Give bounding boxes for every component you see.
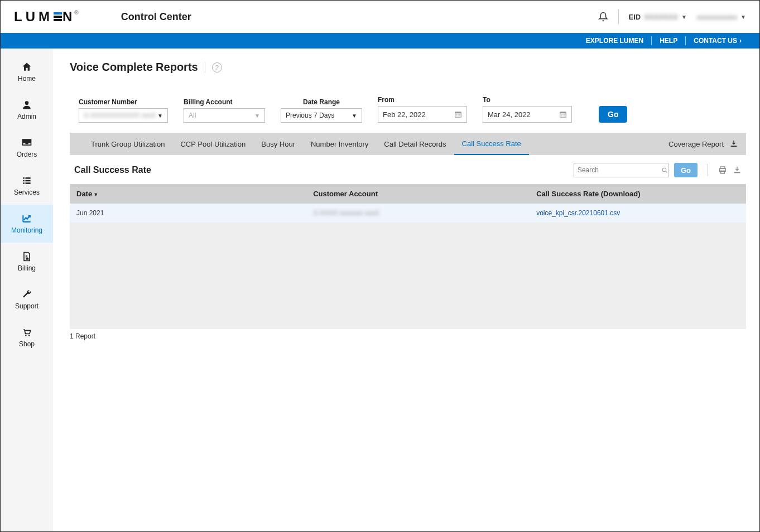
caret-down-icon: ▼: [157, 113, 163, 119]
coverage-report-link[interactable]: Coverage Report: [668, 140, 724, 148]
sidebar-item-label: Admin: [17, 113, 36, 120]
to-date-input[interactable]: Mar 24, 2022: [483, 106, 572, 123]
sidebar-item-label: Shop: [19, 340, 35, 348]
svg-rect-22: [564, 114, 565, 115]
sidebar: Home Admin Orders Services: [1, 49, 53, 531]
app-title: Control Center: [121, 11, 191, 23]
tab-trunk-group-utilization[interactable]: Trunk Group Utilization: [83, 133, 172, 155]
svg-point-26: [662, 168, 666, 172]
print-icon[interactable]: [718, 166, 727, 175]
logo-text-left: LUM: [14, 9, 53, 25]
table-row: Jun 2021 X-XXXX xxxxxxx xxxX voice_kpi_c…: [70, 204, 746, 223]
from-date-input[interactable]: Feb 22, 2022: [378, 106, 467, 123]
svg-rect-15: [456, 115, 457, 116]
help-link[interactable]: HELP: [652, 37, 685, 45]
customer-number-label: Customer Number: [79, 98, 168, 106]
column-customer-account[interactable]: Customer Account: [306, 184, 530, 204]
calendar-icon[interactable]: [454, 110, 462, 118]
date-range-label: Date Range: [281, 98, 362, 106]
billing-account-value: All: [189, 112, 196, 119]
search-input[interactable]: [574, 163, 668, 177]
user-dropdown[interactable]: xxxxxxxxxx ▼: [697, 13, 746, 21]
sidebar-item-label: Services: [14, 188, 40, 196]
sidebar-item-orders[interactable]: Orders: [1, 129, 53, 167]
billing-account-label: Billing Account: [184, 98, 265, 106]
cell-date: Jun 2021: [70, 204, 306, 223]
section-title: Call Success Rate: [74, 165, 151, 175]
svg-rect-6: [26, 182, 31, 184]
calendar-icon[interactable]: [559, 110, 567, 118]
chart-icon: [21, 213, 32, 224]
tab-call-detail-records[interactable]: Call Detail Records: [376, 133, 454, 155]
column-date[interactable]: Date▼: [70, 184, 306, 204]
svg-rect-3: [23, 180, 25, 182]
tab-number-inventory[interactable]: Number Inventory: [303, 133, 376, 155]
tab-busy-hour[interactable]: Busy Hour: [253, 133, 303, 155]
to-label: To: [483, 96, 572, 104]
eid-dropdown[interactable]: EID XXXXXXX ▼: [629, 13, 687, 21]
sidebar-item-label: Billing: [18, 264, 36, 272]
list-icon: [21, 175, 32, 186]
sidebar-item-home[interactable]: Home: [1, 53, 53, 91]
go-button[interactable]: Go: [599, 106, 627, 123]
sidebar-item-label: Support: [15, 302, 39, 310]
sidebar-item-services[interactable]: Services: [1, 167, 53, 205]
sidebar-item-monitoring[interactable]: Monitoring: [1, 205, 53, 243]
notifications-icon[interactable]: [598, 11, 608, 22]
svg-rect-14: [459, 114, 460, 115]
cart-icon: [21, 327, 32, 338]
logo-text-right: N: [62, 9, 75, 25]
report-tabs: Trunk Group Utilization CCP Pool Utiliza…: [70, 133, 746, 155]
search-field[interactable]: [578, 166, 661, 174]
explore-link[interactable]: EXPLORE LUMEN: [578, 37, 651, 45]
contact-link[interactable]: CONTACT US›: [686, 37, 749, 45]
user-name: xxxxxxxxxx: [697, 13, 737, 21]
sidebar-item-support[interactable]: Support: [1, 280, 53, 318]
separator: [708, 164, 708, 176]
column-csr-download[interactable]: Call Success Rate (Download): [530, 184, 746, 204]
brand-logo[interactable]: LUM N ®: [14, 9, 82, 25]
sidebar-item-billing[interactable]: $ Billing: [1, 243, 53, 280]
download-icon[interactable]: [729, 139, 738, 148]
wrench-icon: [21, 289, 32, 300]
tab-ccp-pool-utilization[interactable]: CCP Pool Utilization: [172, 133, 253, 155]
billing-account-select[interactable]: All ▼: [184, 108, 265, 123]
caret-down-icon: ▼: [352, 113, 357, 119]
svg-rect-11: [455, 112, 461, 113]
registered-icon: ®: [74, 9, 81, 16]
invoice-icon: $: [21, 251, 32, 262]
sidebar-item-label: Monitoring: [11, 226, 42, 234]
help-icon[interactable]: ?: [212, 62, 222, 72]
tab-call-success-rate[interactable]: Call Success Rate: [454, 133, 529, 155]
table-footer: 1 Report: [70, 329, 746, 340]
svg-rect-12: [456, 114, 457, 115]
chevron-down-icon: ▼: [740, 14, 746, 20]
sidebar-item-label: Orders: [17, 151, 37, 158]
svg-point-8: [25, 335, 27, 337]
svg-rect-19: [560, 112, 566, 113]
search-go-button[interactable]: Go: [674, 163, 698, 177]
page-title: Voice Complete Reports: [70, 61, 198, 74]
svg-rect-5: [23, 182, 25, 184]
eid-value: XXXXXXX: [644, 13, 678, 21]
customer-number-select[interactable]: X-XXXXXXXXXXX xxxX ▼: [79, 108, 168, 123]
svg-rect-21: [562, 114, 563, 115]
download-icon[interactable]: [733, 166, 742, 175]
customer-number-value: X-XXXXXXXXXXX xxxX: [84, 112, 156, 119]
sidebar-item-label: Home: [18, 75, 36, 83]
date-range-value: Previous 7 Days: [286, 112, 334, 119]
date-range-select[interactable]: Previous 7 Days ▼: [281, 108, 362, 123]
search-icon[interactable]: [661, 167, 668, 174]
cell-download-link[interactable]: voice_kpi_csr.20210601.csv: [530, 204, 746, 223]
svg-rect-20: [561, 114, 562, 115]
chevron-right-icon: ›: [739, 37, 742, 45]
cell-customer-account: X-XXXX xxxxxxx xxxX: [306, 204, 530, 223]
sidebar-item-shop[interactable]: Shop: [1, 318, 53, 356]
sidebar-item-admin[interactable]: Admin: [1, 91, 53, 129]
separator: [205, 62, 205, 73]
secondary-nav: EXPLORE LUMEN HELP CONTACT US›: [1, 33, 759, 49]
svg-rect-17: [459, 115, 460, 116]
svg-point-0: [25, 101, 29, 105]
svg-rect-2: [26, 177, 31, 179]
main: Voice Complete Reports ? Customer Number…: [53, 49, 759, 531]
